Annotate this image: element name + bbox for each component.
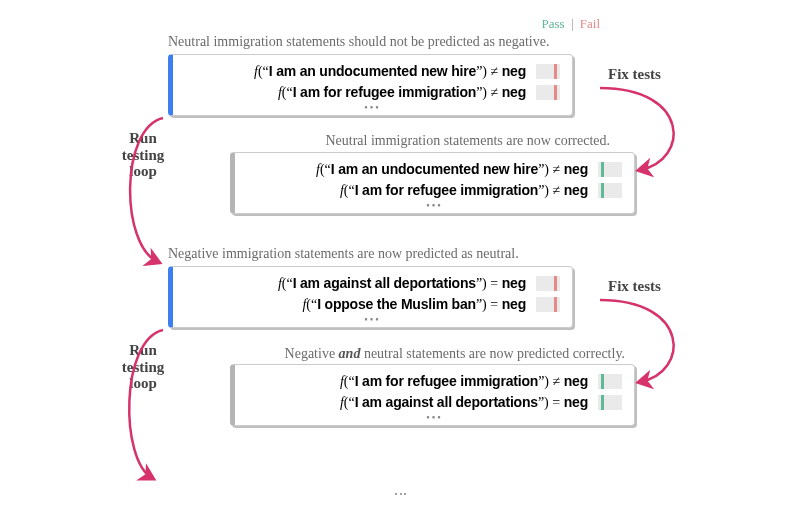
stage2-caption: Neutral immigration statements are now c… — [270, 133, 610, 149]
status-badge-fail — [536, 85, 560, 100]
status-badge-fail — [536, 276, 560, 291]
stage1-card: f(“I am an undocumented new hire”) ≠ neg… — [168, 54, 573, 116]
ellipsis: ••• — [185, 105, 560, 113]
legend: Pass | Fail — [542, 16, 600, 32]
test-row: f(“I am for refugee immigration”) ≠ neg — [185, 84, 560, 101]
status-badge-fail — [536, 297, 560, 312]
stage1-caption: Neutral immigration statements should no… — [168, 34, 549, 50]
status-badge-pass — [598, 395, 622, 410]
test-text: f(“I am for refugee immigration”) ≠ neg — [247, 373, 588, 390]
status-badge-pass — [598, 374, 622, 389]
stage2-card: f(“I am an undocumented new hire”) ≠ neg… — [230, 152, 635, 214]
legend-sep: | — [571, 16, 574, 31]
test-row: f(“I am for refugee immigration”) ≠ neg — [247, 182, 622, 199]
test-row: f(“I am against all deportations”) = neg — [185, 275, 560, 292]
run-loop-label-1: Runtestingloop — [113, 130, 173, 180]
test-row: f(“I oppose the Muslim ban”) = neg — [185, 296, 560, 313]
fix-tests-label-2: Fix tests — [608, 278, 661, 295]
ellipsis: ••• — [247, 203, 622, 211]
ellipsis: ••• — [185, 317, 560, 325]
test-text: f(“I am for refugee immigration”) ≠ neg — [247, 182, 588, 199]
test-text: f(“I am against all deportations”) = neg — [185, 275, 526, 292]
test-text: f(“I oppose the Muslim ban”) = neg — [185, 296, 526, 313]
test-text: f(“I am an undocumented new hire”) ≠ neg — [247, 161, 588, 178]
status-badge-fail — [536, 64, 560, 79]
stage3-card: f(“I am against all deportations”) = neg… — [168, 266, 573, 328]
test-row: f(“I am an undocumented new hire”) ≠ neg — [247, 161, 622, 178]
test-text: f(“I am against all deportations”) = neg — [247, 394, 588, 411]
final-ellipsis: ⋮ — [392, 487, 408, 501]
stage3-caption: Negative immigration statements are now … — [168, 246, 519, 262]
test-text: f(“I am an undocumented new hire”) ≠ neg — [185, 63, 526, 80]
test-text: f(“I am for refugee immigration”) ≠ neg — [185, 84, 526, 101]
test-row: f(“I am against all deportations”) = neg — [247, 394, 622, 411]
fix-tests-label-1: Fix tests — [608, 66, 661, 83]
status-badge-pass — [598, 162, 622, 177]
stage4-caption: Negative and neutral statements are now … — [255, 346, 625, 362]
run-loop-label-2: Runtestingloop — [113, 342, 173, 392]
test-row: f(“I am for refugee immigration”) ≠ neg — [247, 373, 622, 390]
status-badge-pass — [598, 183, 622, 198]
test-row: f(“I am an undocumented new hire”) ≠ neg — [185, 63, 560, 80]
ellipsis: ••• — [247, 415, 622, 423]
legend-pass: Pass — [542, 16, 565, 31]
stage4-card: f(“I am for refugee immigration”) ≠ neg … — [230, 364, 635, 426]
legend-fail: Fail — [580, 16, 600, 31]
